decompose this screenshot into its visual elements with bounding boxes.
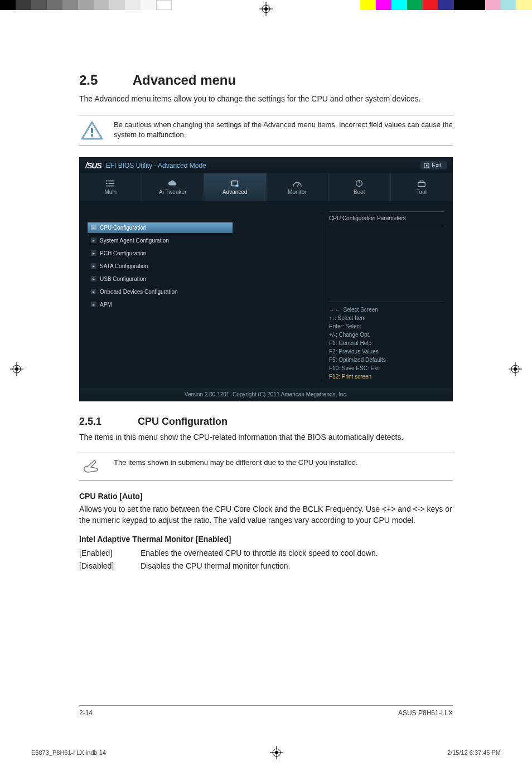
chevron-right-icon: ▸ bbox=[91, 237, 96, 243]
menu-label: PCH Configuration bbox=[100, 250, 146, 256]
caution-callout: Be cautious when changing the settings o… bbox=[79, 115, 453, 146]
menu-label: System Agent Configuration bbox=[100, 237, 169, 244]
setting-cpu-ratio-heading: CPU Ratio [Auto] bbox=[79, 492, 453, 501]
key-hint-highlight: F12: Print screen bbox=[329, 372, 444, 381]
menu-apm[interactable]: ▸APM bbox=[88, 299, 315, 310]
svg-rect-20 bbox=[109, 186, 115, 187]
section-intro: The Advanced menu items allow you to cha… bbox=[79, 94, 453, 105]
registration-mark-icon bbox=[259, 2, 273, 16]
chip-icon bbox=[230, 179, 240, 188]
menu-cpu-configuration[interactable]: ▸CPU Configuration bbox=[88, 222, 233, 233]
power-icon bbox=[354, 179, 364, 188]
toolbox-icon bbox=[417, 179, 427, 188]
bios-screenshot: /SUS EFI BIOS Utility - Advanced Mode Ex… bbox=[79, 157, 453, 401]
menu-usb-configuration[interactable]: ▸USB Configuration bbox=[88, 274, 315, 284]
menu-sata-configuration[interactable]: ▸SATA Configuration bbox=[88, 261, 315, 271]
registration-mark-icon bbox=[10, 362, 23, 376]
page-footer: 2-14 ASUS P8H61-I LX bbox=[79, 705, 453, 717]
list-icon bbox=[105, 179, 115, 188]
key-hint: →←: Select Screen bbox=[329, 305, 444, 314]
svg-rect-15 bbox=[106, 181, 108, 182]
key-hint: ↑↓: Select Item bbox=[329, 314, 444, 322]
caution-text: Be cautious when changing the settings o… bbox=[114, 120, 453, 140]
chevron-right-icon: ▸ bbox=[91, 225, 96, 230]
tab-ai-tweaker[interactable]: Ai Tweaker bbox=[142, 173, 205, 201]
tab-monitor[interactable]: Monitor bbox=[267, 173, 329, 201]
section-title: Advanced menu bbox=[133, 72, 236, 88]
timestamp: 2/15/12 6:37:45 PM bbox=[447, 749, 501, 756]
tab-boot[interactable]: Boot bbox=[328, 173, 391, 201]
section-heading: 2.5 Advanced menu bbox=[79, 72, 453, 88]
tab-advanced[interactable]: Advanced bbox=[204, 173, 267, 201]
help-title: CPU Configuration Parameters bbox=[329, 211, 444, 225]
tab-label: Advanced bbox=[223, 189, 247, 195]
key-hint: Enter: Select bbox=[329, 322, 444, 331]
bios-menu-list: ▸CPU Configuration ▸System Agent Configu… bbox=[88, 211, 322, 381]
key-hint: F1: General Help bbox=[329, 339, 444, 347]
bios-header: /SUS EFI BIOS Utility - Advanced Mode Ex… bbox=[80, 158, 452, 173]
subsection-number: 2.5.1 bbox=[79, 416, 135, 428]
exit-label: Exit bbox=[432, 162, 441, 168]
key-hint: +/-: Change Opt. bbox=[329, 331, 444, 339]
asus-logo: /SUS bbox=[85, 161, 101, 170]
setting-thermal-heading: Intel Adaptive Thermal Monitor [Enabled] bbox=[79, 535, 453, 544]
note-callout: The items shown in submenu may be differ… bbox=[79, 453, 453, 481]
menu-label: USB Configuration bbox=[100, 276, 146, 282]
svg-rect-17 bbox=[106, 183, 108, 184]
tab-label: Boot bbox=[354, 189, 365, 195]
bios-mode-title: EFI BIOS Utility - Advanced Mode bbox=[106, 162, 421, 169]
chevron-right-icon: ▸ bbox=[91, 250, 96, 256]
option-value: Enables the overheated CPU to throttle i… bbox=[141, 547, 378, 559]
option-disabled-row: [Disabled] Disables the CPU thermal moni… bbox=[79, 560, 453, 572]
bios-version-footer: Version 2.00.1201. Copyright (C) 2011 Am… bbox=[80, 388, 452, 401]
option-enabled-row: [Enabled] Enables the overheated CPU to … bbox=[79, 547, 453, 559]
cloud-icon bbox=[168, 179, 178, 188]
tab-label: Main bbox=[104, 189, 117, 195]
exit-button[interactable]: Exit bbox=[420, 161, 447, 169]
svg-rect-18 bbox=[109, 183, 115, 184]
key-hint: F5: Optimized Defaults bbox=[329, 356, 444, 364]
menu-label: APM bbox=[100, 302, 112, 308]
gauge-icon bbox=[292, 179, 302, 188]
menu-label: SATA Configuration bbox=[100, 263, 148, 269]
note-text: The items shown in submenu may be differ… bbox=[114, 458, 358, 468]
proof-footer: E6873_P8H61-I LX.indb 14 2/15/12 6:37:45… bbox=[31, 746, 501, 759]
tab-tool[interactable]: Tool bbox=[391, 173, 453, 201]
svg-rect-26 bbox=[418, 182, 425, 186]
menu-pch-configuration[interactable]: ▸PCH Configuration bbox=[88, 248, 315, 259]
chevron-right-icon: ▸ bbox=[91, 263, 96, 269]
key-hint: F10: Save ESC: Exit bbox=[329, 364, 444, 372]
subsection-heading: 2.5.1 CPU Configuration bbox=[79, 416, 453, 428]
subsection-title: CPU Configuration bbox=[138, 416, 228, 427]
svg-rect-12 bbox=[91, 128, 93, 133]
bios-tab-bar: Main Ai Tweaker Advanced Monitor Boot To… bbox=[80, 173, 452, 201]
chevron-right-icon: ▸ bbox=[91, 302, 96, 307]
chevron-right-icon: ▸ bbox=[91, 276, 96, 282]
exit-icon bbox=[424, 163, 429, 168]
svg-rect-19 bbox=[106, 186, 108, 187]
key-hint: F2: Previous Values bbox=[329, 347, 444, 356]
source-file: E6873_P8H61-I LX.indb 14 bbox=[31, 749, 106, 756]
registration-mark-icon bbox=[509, 362, 522, 376]
option-key: [Enabled] bbox=[79, 547, 141, 559]
option-key: [Disabled] bbox=[79, 560, 141, 572]
menu-label: Onboard Devices Configuration bbox=[100, 289, 178, 295]
menu-onboard-devices-configuration[interactable]: ▸Onboard Devices Configuration bbox=[88, 287, 315, 297]
bios-help-pane: CPU Configuration Parameters →←: Select … bbox=[322, 211, 444, 381]
svg-rect-27 bbox=[420, 181, 423, 183]
page-number: 2-14 bbox=[79, 709, 93, 717]
tab-label: Ai Tweaker bbox=[159, 189, 186, 195]
tab-main[interactable]: Main bbox=[80, 173, 142, 201]
menu-system-agent-configuration[interactable]: ▸System Agent Configuration bbox=[88, 235, 315, 246]
menu-label: CPU Configuration bbox=[100, 225, 146, 231]
caution-icon bbox=[81, 121, 103, 141]
svg-rect-16 bbox=[109, 181, 115, 182]
option-value: Disables the CPU thermal monitor functio… bbox=[141, 560, 290, 572]
product-name: ASUS P8H61-I LX bbox=[398, 709, 453, 717]
tab-label: Monitor bbox=[288, 189, 306, 195]
section-number: 2.5 bbox=[79, 72, 129, 88]
chevron-right-icon: ▸ bbox=[91, 289, 96, 294]
note-hand-icon bbox=[81, 459, 103, 476]
registration-mark-icon bbox=[270, 746, 283, 759]
subsection-intro: The items in this menu show the CPU-rela… bbox=[79, 432, 453, 443]
